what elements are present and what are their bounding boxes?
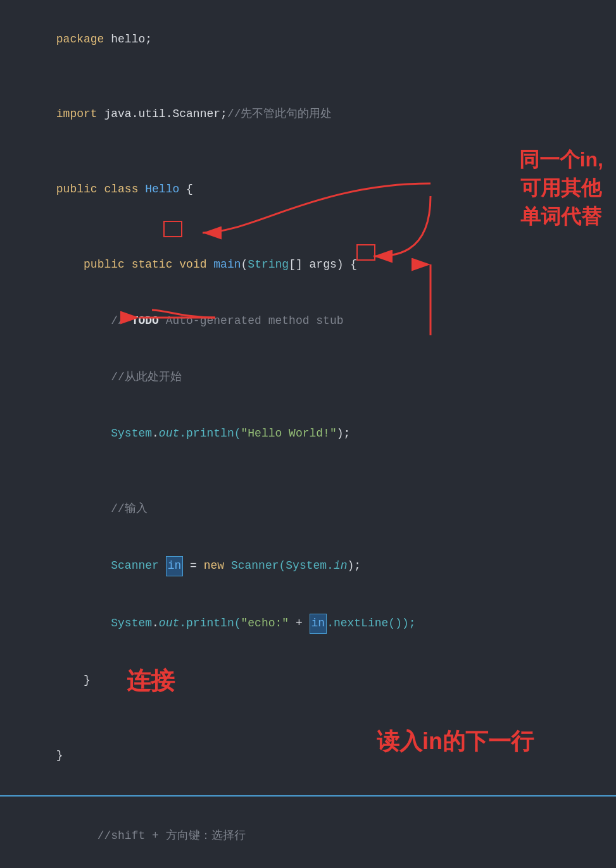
code-line [15,218,601,237]
highlight-in-1: in [166,556,184,576]
code-line: //ctrl + /：注释 [15,864,601,868]
highlight-in-2: in [310,614,327,634]
annotation-read-in: 读入in的下一行 [377,726,534,757]
code-editor-top: package hello; import java.util.Scanner;… [0,0,616,795]
code-lines-top: package hello; import java.util.Scanner;… [15,11,601,784]
code-line: System.out.println("echo:" + in.nextLine… [15,595,601,652]
code-line: Scanner in = new Scanner(System.in); [15,537,601,595]
code-line: public class Hello { [15,162,601,218]
code-line: //shift + 方向键：选择行 [15,808,601,864]
annotation-same-in: 同一个in,可用其他单词代替 [519,146,603,230]
code-line: // TODO Auto-generated method stub [15,293,601,349]
code-line [15,143,601,162]
code-line [15,68,601,87]
code-line: package hello; [15,11,601,68]
code-line [15,709,601,728]
code-line: System.out.println("Hello World!"); [15,406,601,462]
code-line: //输入 [15,481,601,537]
keyword: package [56,33,111,46]
code-line [15,462,601,481]
code-line: public static void main(String[] args) { [15,237,601,293]
code-line: } [15,652,601,709]
annotation-connect: 连接 [127,665,175,697]
code-editor-bottom: //shift + 方向键：选择行 //ctrl + /：注释 System.o… [0,795,616,868]
code-line: import java.util.Scanner;//先不管此句的用处 [15,87,601,143]
code-line: //从此处开始 [15,349,601,406]
